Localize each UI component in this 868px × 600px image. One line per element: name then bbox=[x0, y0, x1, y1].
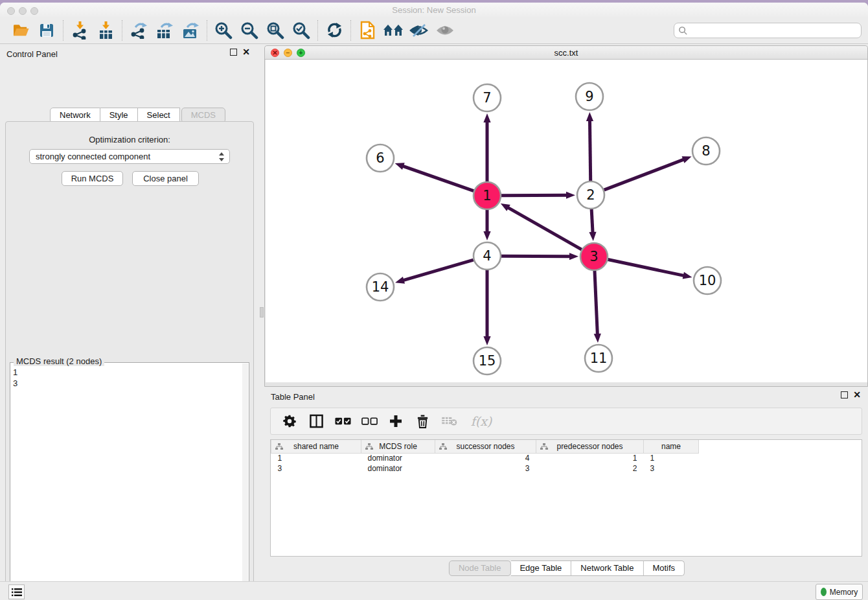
add-column-icon[interactable] bbox=[387, 413, 404, 430]
graph-node-label-9: 9 bbox=[585, 89, 593, 104]
export-image-icon[interactable] bbox=[177, 19, 203, 41]
close-panel-icon[interactable]: ✕ bbox=[242, 49, 250, 56]
mcds-panel: Optimization criterion: strongly connect… bbox=[5, 121, 254, 600]
select-all-checkboxes-icon[interactable] bbox=[334, 413, 351, 430]
table-cell[interactable]: 1 bbox=[536, 453, 644, 463]
optimization-criterion-select[interactable]: strongly connected component bbox=[29, 149, 230, 164]
graph-arrowhead-1-4 bbox=[483, 231, 490, 240]
graph-arrowhead-2-3 bbox=[589, 232, 596, 241]
table-settings-icon[interactable] bbox=[281, 413, 298, 430]
export-network-icon[interactable] bbox=[126, 19, 152, 41]
search-field[interactable] bbox=[674, 23, 862, 38]
close-table-panel-icon[interactable]: ✕ bbox=[853, 391, 861, 398]
graph-node-label-10: 10 bbox=[699, 273, 716, 288]
network-window-titlebar[interactable]: ✕ − + scc.txt bbox=[265, 46, 867, 60]
graph-node-label-8: 8 bbox=[702, 143, 710, 159]
import-network-icon[interactable] bbox=[67, 19, 93, 41]
hide-details-icon[interactable] bbox=[406, 19, 432, 41]
zoom-out-icon[interactable] bbox=[236, 19, 262, 41]
graph-edge-2-3[interactable] bbox=[591, 209, 593, 233]
tab-motifs[interactable]: Motifs bbox=[643, 560, 685, 576]
optimization-criterion-label: Optimization criterion: bbox=[6, 135, 253, 144]
session-title: Session: New Session bbox=[0, 5, 868, 15]
mcds-result-textarea[interactable]: 1 3 bbox=[10, 362, 249, 600]
import-table-icon[interactable] bbox=[93, 19, 119, 41]
column-header-label: name bbox=[661, 442, 681, 451]
vertical-splitter-grip[interactable] bbox=[260, 307, 264, 317]
column-header-name[interactable]: name bbox=[644, 440, 699, 453]
select-stepper-icon bbox=[218, 152, 225, 164]
control-panel: Control Panel ✕ NetworkStyleSelectMCDS O… bbox=[0, 45, 259, 581]
table-cell[interactable]: 1 bbox=[644, 453, 699, 463]
run-mcds-button[interactable]: Run MCDS bbox=[62, 171, 123, 186]
table-panel-tabs: Node TableEdge TableNetwork TableMotifs bbox=[448, 560, 685, 576]
table-cell[interactable]: dominator bbox=[361, 463, 435, 474]
toolbar-separator bbox=[207, 20, 207, 41]
graph-edge-2-9[interactable] bbox=[589, 121, 590, 181]
table-cell[interactable]: 3 bbox=[271, 463, 361, 474]
table-cell[interactable]: 3 bbox=[644, 463, 699, 474]
list-icon bbox=[12, 588, 22, 597]
search-input[interactable] bbox=[688, 26, 861, 36]
deselect-all-checkboxes-icon[interactable] bbox=[361, 413, 378, 430]
graph-edge-3-1[interactable] bbox=[508, 207, 582, 249]
column-header-successor-nodes[interactable]: successor nodes bbox=[435, 440, 536, 453]
table-row[interactable]: 1dominator411 bbox=[271, 453, 699, 463]
graph-arrowhead-3-11 bbox=[594, 334, 601, 343]
column-header-shared-name[interactable]: shared name bbox=[271, 440, 361, 453]
main-titlebar: Session: New Session bbox=[0, 3, 868, 17]
delete-column-icon[interactable] bbox=[414, 413, 431, 430]
graph-node-label-11: 11 bbox=[590, 351, 608, 366]
graph-edge-4-3[interactable] bbox=[501, 256, 570, 257]
column-header-predecessor-nodes[interactable]: predecessor nodes bbox=[536, 440, 644, 453]
zoom-in-icon[interactable] bbox=[211, 19, 236, 41]
tab-node-table[interactable]: Node Table bbox=[449, 560, 511, 576]
table-row[interactable]: 3dominator323 bbox=[271, 463, 699, 474]
graph-edge-3-10[interactable] bbox=[608, 260, 684, 276]
graph-edge-1-2[interactable] bbox=[501, 195, 567, 196]
graph-arrowhead-1-7 bbox=[483, 113, 490, 122]
split-columns-icon[interactable] bbox=[308, 413, 325, 430]
graph-node-label-1: 1 bbox=[483, 188, 491, 203]
graph-edge-3-11[interactable] bbox=[595, 271, 597, 334]
task-history-button[interactable] bbox=[8, 584, 25, 599]
function-builder-icon[interactable]: f(x) bbox=[467, 413, 496, 430]
table-cell[interactable]: 3 bbox=[435, 463, 536, 474]
graph-arrowhead-2-9 bbox=[586, 112, 593, 121]
table-cell[interactable]: 1 bbox=[271, 453, 361, 463]
memory-button[interactable]: Memory bbox=[816, 584, 863, 600]
graph-arrowhead-4-3 bbox=[569, 253, 578, 260]
graph-edge-1-6[interactable] bbox=[403, 166, 474, 190]
network-overview-icon[interactable] bbox=[354, 19, 380, 41]
delete-table-icon[interactable] bbox=[440, 413, 457, 430]
apply-layout-icon[interactable] bbox=[321, 19, 347, 41]
show-details-icon[interactable] bbox=[432, 19, 458, 41]
close-panel-button[interactable]: Close panel bbox=[132, 171, 199, 186]
export-table-icon[interactable] bbox=[152, 19, 177, 41]
float-table-panel-icon[interactable] bbox=[841, 391, 848, 398]
graph-edge-2-8[interactable] bbox=[604, 159, 684, 190]
tab-edge-table[interactable]: Edge Table bbox=[510, 560, 571, 576]
graph-edge-4-14[interactable] bbox=[404, 260, 474, 281]
tab-network-table[interactable]: Network Table bbox=[571, 560, 643, 576]
node-table[interactable]: shared nameMCDS rolesuccessor nodesprede… bbox=[270, 439, 862, 557]
graph-arrowhead-3-10 bbox=[683, 272, 692, 279]
column-type-icon bbox=[365, 443, 373, 450]
result-scrollbar[interactable] bbox=[242, 363, 248, 600]
open-session-icon[interactable] bbox=[8, 19, 34, 41]
graph-node-label-6: 6 bbox=[376, 150, 384, 166]
graph-node-label-3: 3 bbox=[589, 249, 598, 264]
mcds-result-title: MCDS result (2 nodes) bbox=[14, 356, 104, 366]
column-header-label: predecessor nodes bbox=[556, 442, 622, 451]
network-canvas[interactable]: 7968124314101511 bbox=[266, 60, 867, 382]
table-cell[interactable]: 4 bbox=[435, 453, 536, 463]
first-neighbors-icon[interactable] bbox=[380, 19, 406, 41]
table-cell[interactable]: 2 bbox=[536, 463, 644, 474]
zoom-fit-icon[interactable] bbox=[262, 19, 288, 41]
table-cell[interactable]: dominator bbox=[361, 453, 435, 463]
graph-node-label-2: 2 bbox=[586, 187, 595, 203]
zoom-selected-icon[interactable] bbox=[288, 19, 314, 41]
save-session-icon[interactable] bbox=[34, 19, 60, 41]
column-header-MCDS-role[interactable]: MCDS role bbox=[361, 440, 435, 453]
float-panel-icon[interactable] bbox=[230, 49, 237, 56]
